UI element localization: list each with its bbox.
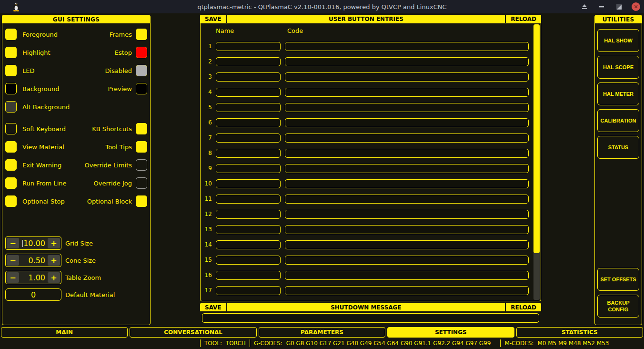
name-input-6[interactable]	[216, 118, 281, 127]
name-input-8[interactable]	[216, 149, 281, 158]
name-input-14[interactable]	[216, 240, 281, 249]
color-swatch-disabled[interactable]	[136, 65, 147, 76]
code-input-4[interactable]	[285, 88, 529, 97]
setting-cell: Alt Background	[5, 101, 70, 113]
name-input-2[interactable]	[216, 57, 281, 66]
color-swatch-foreground[interactable]	[5, 29, 17, 40]
name-input-5[interactable]	[216, 103, 281, 112]
code-input-7[interactable]	[285, 133, 529, 143]
checkbox-override-jog[interactable]	[136, 177, 147, 189]
name-input-11[interactable]	[216, 195, 281, 204]
tab-main[interactable]: MAIN	[1, 327, 128, 338]
spinbox-table-zoom[interactable]: −1.00+	[5, 271, 61, 284]
name-input-3[interactable]	[216, 72, 281, 82]
user-button-row: 15	[203, 252, 541, 267]
user-buttons-save-button[interactable]: SAVE	[200, 15, 226, 23]
user-button-row: 6	[203, 115, 541, 130]
shutdown-message-input[interactable]	[202, 313, 539, 323]
shade-icon[interactable]	[580, 2, 589, 11]
name-input-15[interactable]	[216, 256, 281, 265]
tab-parameters[interactable]: PARAMETERS	[259, 327, 385, 338]
code-input-14[interactable]	[285, 240, 529, 249]
checkbox-run-from-line[interactable]	[5, 177, 17, 189]
color-swatch-estop[interactable]	[136, 47, 147, 58]
gui-settings-header: GUI SETTINGS	[2, 15, 150, 23]
close-icon[interactable]: ✕	[632, 2, 640, 11]
code-input-5[interactable]	[285, 103, 529, 112]
checkbox-soft-keyboard[interactable]	[5, 123, 17, 134]
mcodes-label: M-CODES:	[504, 340, 533, 347]
shutdown-save-button[interactable]: SAVE	[200, 303, 226, 311]
setting-row: Exit WarningOverride Limits	[2, 156, 150, 174]
status-button[interactable]: STATUS	[597, 136, 639, 159]
checkbox-tool-tips[interactable]	[136, 141, 147, 153]
user-buttons-reload-button[interactable]: RELOAD	[506, 15, 541, 23]
checkbox-optional-block[interactable]	[136, 195, 147, 207]
tool-label: TOOL:	[204, 340, 222, 347]
field-default-material[interactable]: 0	[5, 288, 61, 301]
name-input-16[interactable]	[216, 271, 281, 280]
scrollbar-handle[interactable]	[533, 24, 540, 253]
name-input-10[interactable]	[216, 179, 281, 188]
code-input-9[interactable]	[285, 164, 529, 173]
code-input-11[interactable]	[285, 195, 529, 204]
code-input-13[interactable]	[285, 225, 529, 234]
tab-conversational[interactable]: CONVERSATIONAL	[130, 327, 256, 338]
user-button-row: 10	[203, 176, 541, 191]
plus-button[interactable]: +	[48, 238, 60, 248]
checkbox-override-limits[interactable]	[136, 159, 147, 171]
tab-settings[interactable]: SETTINGS	[387, 327, 514, 338]
minus-button[interactable]: −	[7, 238, 19, 248]
color-swatch-preview[interactable]	[136, 83, 147, 94]
statusbar-separator	[250, 339, 250, 347]
color-swatch-background[interactable]	[5, 83, 17, 94]
setting-cell: Soft Keyboard	[5, 123, 66, 134]
minus-button[interactable]: −	[7, 255, 19, 266]
color-swatch-frames[interactable]	[136, 29, 147, 40]
code-input-10[interactable]	[285, 179, 529, 188]
hal-show-button[interactable]: HAL SHOW	[597, 29, 639, 52]
name-input-17[interactable]	[216, 286, 281, 295]
color-swatch-highlight[interactable]	[5, 47, 17, 58]
color-swatch-led[interactable]	[5, 65, 17, 76]
minus-button[interactable]: −	[7, 272, 19, 283]
minimize-icon[interactable]	[597, 2, 606, 11]
row-number: 12	[203, 211, 212, 217]
checkbox-view-material[interactable]	[5, 141, 17, 153]
code-input-6[interactable]	[285, 118, 529, 127]
name-input-7[interactable]	[216, 133, 281, 143]
name-input-12[interactable]	[216, 210, 281, 219]
code-input-15[interactable]	[285, 256, 529, 265]
code-input-1[interactable]	[285, 42, 529, 51]
code-input-2[interactable]	[285, 57, 529, 66]
code-input-12[interactable]	[285, 210, 529, 219]
spinbox-grid-size[interactable]: −10.00+	[5, 236, 61, 250]
color-swatch-alt-background[interactable]	[5, 101, 17, 113]
code-input-16[interactable]	[285, 271, 529, 280]
utilities-bottom-buttons: SET OFFSETSBACKUP CONFIG	[595, 268, 642, 325]
checkbox-kb-shortcuts[interactable]	[136, 123, 147, 134]
name-input-4[interactable]	[216, 88, 281, 97]
code-input-3[interactable]	[285, 72, 529, 82]
plus-button[interactable]: +	[48, 255, 60, 266]
name-input-13[interactable]	[216, 225, 281, 234]
spinbox-cone-size[interactable]: −0.50+	[5, 254, 61, 267]
tab-statistics[interactable]: STATISTICS	[516, 327, 643, 338]
hal-meter-button[interactable]: HAL METER	[597, 82, 639, 105]
backup-config-button[interactable]: BACKUP CONFIG	[597, 295, 639, 318]
vertical-scrollbar[interactable]	[533, 24, 540, 300]
checkbox-exit-warning[interactable]	[5, 159, 17, 171]
set-offsets-button[interactable]: SET OFFSETS	[597, 268, 639, 291]
setting-cell: Estop	[115, 47, 147, 58]
calibration-button[interactable]: CALIBRATION	[597, 109, 639, 132]
maximize-icon[interactable]	[614, 2, 623, 11]
shutdown-reload-button[interactable]: RELOAD	[506, 303, 541, 311]
name-input-1[interactable]	[216, 42, 281, 51]
spin-row: −1.00+Table Zoom	[2, 269, 150, 286]
name-input-9[interactable]	[216, 164, 281, 173]
plus-button[interactable]: +	[48, 272, 60, 283]
code-input-17[interactable]	[285, 286, 529, 295]
checkbox-optional-stop[interactable]	[5, 195, 17, 207]
code-input-8[interactable]	[285, 149, 529, 158]
hal-scope-button[interactable]: HAL SCOPE	[597, 56, 639, 79]
